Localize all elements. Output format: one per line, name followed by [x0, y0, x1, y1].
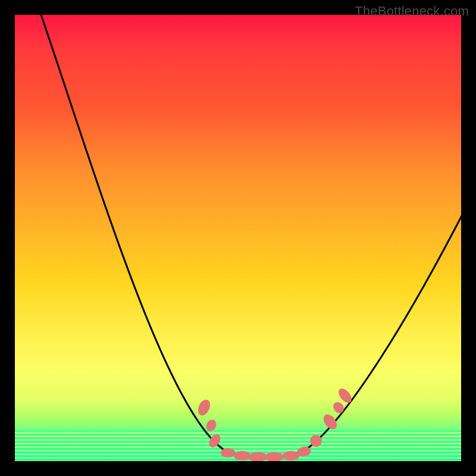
data-marker [204, 418, 218, 433]
chart-plot-area [15, 15, 461, 461]
data-marker [308, 433, 324, 449]
data-marker [321, 412, 339, 431]
data-marker [248, 452, 267, 461]
data-marker [234, 451, 250, 461]
data-marker [331, 400, 346, 415]
data-marker [196, 398, 212, 418]
data-marker [207, 433, 223, 450]
data-marker [283, 451, 299, 461]
data-marker [221, 448, 235, 458]
data-marker [265, 452, 284, 461]
marker-layer [15, 15, 461, 461]
